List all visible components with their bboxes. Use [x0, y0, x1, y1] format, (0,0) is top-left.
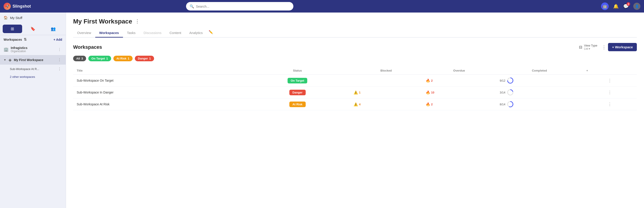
view-type-label: View Type: [584, 44, 598, 47]
sidebar-my-stuff[interactable]: 🏠 My Stuff: [0, 12, 66, 23]
row-status: On Target: [245, 75, 350, 86]
sidebar-item-infragistics[interactable]: 🏢 Infragistics Organization ⋮: [0, 44, 66, 55]
ai-assistant-button[interactable]: 🤖: [601, 2, 609, 10]
user-avatar[interactable]: 👤: [633, 3, 640, 10]
row-overdue: 🔥 10: [422, 86, 496, 98]
sidebar-item-my-first-workspace[interactable]: ▼ ◈ My First Workspace ⋮: [0, 55, 66, 65]
row-menu-button[interactable]: ⋮: [606, 90, 613, 95]
my-stuff-label: My Stuff: [10, 16, 22, 20]
row-completed: 9/12: [496, 75, 583, 86]
progress-circle: [507, 101, 514, 107]
workspaces-section-label: Workspaces: [4, 38, 22, 42]
row-menu-button[interactable]: ⋮: [606, 101, 613, 107]
overdue-count: 2: [431, 103, 433, 106]
row-actions[interactable]: ⋮: [583, 75, 637, 86]
sidebar-tab-team[interactable]: 👥: [44, 24, 63, 33]
home-icon: 🏠: [4, 16, 8, 20]
col-add[interactable]: +: [583, 67, 637, 75]
add-workspace-button[interactable]: + Workspace: [608, 43, 637, 51]
main-content: My First Workspace ⋮ Overview Workspaces…: [66, 12, 644, 208]
filter-all-label: All: [76, 57, 80, 60]
row-title: Sub-Workspace At Risk: [73, 98, 245, 110]
col-title: Title: [73, 67, 245, 75]
workspace-expand-icon: ▼: [4, 58, 6, 62]
status-badge: On Target: [288, 78, 307, 84]
table-row: Sub-Workspace At Risk At Risk ⚠️4 🔥 2 8/…: [73, 98, 637, 110]
sidebar-tab-layers[interactable]: ⊞: [3, 24, 22, 33]
tab-overview[interactable]: Overview: [73, 29, 95, 38]
row-overdue: 🔥 2: [422, 75, 496, 86]
table-row: Sub-Workspace In Danger Danger ⚠️1 🔥 10 …: [73, 86, 637, 98]
progress-circle: [507, 78, 514, 84]
notifications-button[interactable]: 🔔: [613, 4, 619, 9]
sub-item-more-button[interactable]: ⋮: [57, 66, 62, 72]
tab-workspaces[interactable]: Workspaces: [95, 29, 123, 38]
tab-analytics[interactable]: Analytics: [185, 29, 207, 38]
filter-on-target[interactable]: On Target 1: [88, 56, 111, 61]
blocked-count: 4: [359, 103, 360, 106]
my-first-workspace-more-button[interactable]: ⋮: [57, 57, 62, 62]
search-bar[interactable]: 🔍: [186, 2, 294, 10]
infragistics-more-button[interactable]: ⋮: [57, 47, 62, 52]
workspaces-more-button[interactable]: ⋮: [600, 44, 608, 51]
overdue-count: 2: [431, 79, 433, 82]
search-input[interactable]: [196, 4, 290, 8]
chevron-down-icon: ▾: [589, 47, 590, 50]
row-completed: 8/14: [496, 98, 583, 110]
messages-button[interactable]: 💬 3: [623, 4, 629, 9]
app-logo[interactable]: 🚀 Slingshot: [4, 3, 31, 10]
overdue-cell: 🔥 2: [426, 78, 492, 83]
table-row: Sub-Workspace On Target On Target 🔥 2 9/…: [73, 75, 637, 86]
row-blocked: ⚠️1: [350, 86, 422, 98]
filter-all-count: 3: [82, 57, 83, 60]
filter-all[interactable]: All 3: [73, 56, 86, 61]
blocked-count: 1: [359, 91, 360, 94]
sidebar-tab-bookmarks[interactable]: 🔖: [23, 24, 42, 33]
workspace-icon: ◈: [8, 58, 12, 62]
row-actions[interactable]: ⋮: [583, 98, 637, 110]
logo-icon: 🚀: [4, 3, 11, 10]
filter-at-risk[interactable]: At Risk 1: [113, 56, 132, 61]
tab-tasks[interactable]: Tasks: [123, 29, 140, 38]
filter-pills: All 3 On Target 1 At Risk 1 Danger 1: [73, 56, 637, 61]
row-title: Sub-Workspace In Danger: [73, 86, 245, 98]
row-title: Sub-Workspace On Target: [73, 75, 245, 86]
filter-on-target-label: On Target: [92, 57, 105, 60]
overdue-count: 10: [431, 91, 434, 94]
filter-on-target-count: 1: [106, 57, 108, 60]
view-type-selector[interactable]: ⊟ View Type List ▾: [579, 44, 598, 50]
page-header: My First Workspace ⋮ Overview Workspaces…: [66, 12, 644, 38]
completed-value: 9/12: [500, 79, 505, 82]
row-actions[interactable]: ⋮: [583, 86, 637, 98]
tab-content[interactable]: Content: [166, 29, 185, 38]
view-type-text: View Type List ▾: [584, 44, 598, 50]
table-header: Title Status Blocked Overdue Completed +: [73, 67, 637, 75]
app-body: 🏠 My Stuff ⊞ 🔖 👥 Workspaces ⇅ + Add 🏢 In…: [0, 12, 644, 208]
page-menu-button[interactable]: ⋮: [135, 18, 140, 24]
filter-danger[interactable]: Danger 1: [135, 56, 154, 61]
overdue-cell: 🔥 2: [426, 102, 492, 106]
sort-icon[interactable]: ⇅: [24, 37, 26, 42]
overdue-cell: 🔥 10: [426, 90, 492, 94]
col-overdue: Overdue: [422, 67, 496, 75]
page-title-row: My First Workspace ⋮: [73, 18, 637, 25]
filter-at-risk-label: At Risk: [116, 57, 126, 60]
row-blocked: ⚠️4: [350, 98, 422, 110]
table-body: Sub-Workspace On Target On Target 🔥 2 9/…: [73, 75, 637, 110]
infragistics-sublabel: Organization: [11, 50, 54, 53]
sidebar-workspaces-header: Workspaces ⇅ + Add: [0, 35, 66, 44]
completed-cell: 8/14: [500, 101, 579, 107]
other-workspaces-link[interactable]: 2 other workspaces: [0, 73, 66, 80]
completed-cell: 9/12: [500, 78, 579, 84]
row-blocked: [350, 75, 422, 86]
sidebar-icon-tabs: ⊞ 🔖 👥: [0, 23, 66, 35]
sidebar-sub-item-at-r[interactable]: Sub-Workspace At R... ⋮: [0, 65, 66, 73]
edit-tabs-icon[interactable]: ✏️: [209, 30, 213, 36]
row-status: At Risk: [245, 98, 350, 110]
page-tabs: Overview Workspaces Tasks Discussions Co…: [73, 29, 637, 38]
row-menu-button[interactable]: ⋮: [606, 78, 613, 84]
workspaces-header: Workspaces ⊟ View Type List ▾ ⋮ + Worksp…: [73, 43, 637, 51]
organization-icon: 🏢: [4, 47, 8, 52]
add-workspace-sidebar-button[interactable]: + Add: [54, 38, 62, 42]
completed-value: 3/14: [500, 91, 505, 94]
